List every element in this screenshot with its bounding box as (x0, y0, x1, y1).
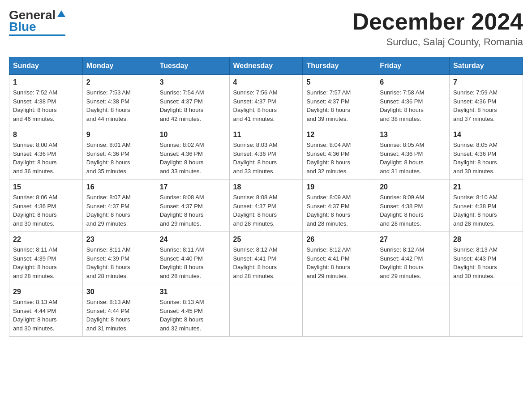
day-number: 13 (380, 131, 446, 139)
calendar-cell: 19Sunrise: 8:09 AMSunset: 4:37 PMDayligh… (303, 180, 376, 232)
calendar-cell: 27Sunrise: 8:12 AMSunset: 4:42 PMDayligh… (376, 232, 450, 284)
header-row: SundayMondayTuesdayWednesdayThursdayFrid… (9, 57, 523, 75)
day-number: 27 (380, 235, 446, 244)
calendar-cell: 20Sunrise: 8:09 AMSunset: 4:38 PMDayligh… (376, 180, 450, 232)
title-section: December 2024 Surduc, Salaj County, Roma… (352, 9, 523, 48)
calendar-cell: 6Sunrise: 7:58 AMSunset: 4:36 PMDaylight… (376, 75, 450, 127)
calendar-cell: 5Sunrise: 7:57 AMSunset: 4:37 PMDaylight… (303, 75, 376, 127)
calendar-cell: 7Sunrise: 7:59 AMSunset: 4:36 PMDaylight… (450, 75, 523, 127)
day-info: Sunrise: 8:08 AMSunset: 4:37 PMDaylight:… (233, 193, 299, 228)
calendar-cell (450, 284, 523, 337)
calendar-cell: 28Sunrise: 8:13 AMSunset: 4:43 PMDayligh… (450, 232, 523, 284)
day-number: 12 (306, 131, 372, 139)
day-info: Sunrise: 8:06 AMSunset: 4:36 PMDaylight:… (13, 193, 79, 228)
calendar-cell: 13Sunrise: 8:05 AMSunset: 4:36 PMDayligh… (376, 127, 450, 180)
day-info: Sunrise: 8:13 AMSunset: 4:44 PMDaylight:… (86, 298, 152, 333)
header-cell-wednesday: Wednesday (229, 57, 303, 75)
page-header: General Blue December 2024 Surduc, Salaj… (9, 9, 523, 48)
day-info: Sunrise: 7:52 AMSunset: 4:38 PMDaylight:… (13, 88, 79, 123)
day-info: Sunrise: 7:59 AMSunset: 4:36 PMDaylight:… (453, 88, 519, 123)
day-number: 11 (233, 131, 299, 139)
day-number: 18 (233, 183, 299, 191)
day-number: 28 (453, 235, 519, 244)
calendar-row-4: 22Sunrise: 8:11 AMSunset: 4:39 PMDayligh… (9, 232, 523, 284)
day-number: 30 (86, 288, 152, 296)
calendar-cell: 31Sunrise: 8:13 AMSunset: 4:45 PMDayligh… (156, 284, 229, 337)
day-info: Sunrise: 8:13 AMSunset: 4:45 PMDaylight:… (160, 298, 226, 333)
calendar-table: SundayMondayTuesdayWednesdayThursdayFrid… (9, 57, 523, 337)
calendar-cell: 8Sunrise: 8:00 AMSunset: 4:36 PMDaylight… (9, 127, 83, 180)
day-info: Sunrise: 8:02 AMSunset: 4:36 PMDaylight:… (160, 141, 226, 176)
calendar-row-2: 8Sunrise: 8:00 AMSunset: 4:36 PMDaylight… (9, 127, 523, 180)
day-number: 15 (13, 183, 79, 191)
calendar-cell: 21Sunrise: 8:10 AMSunset: 4:38 PMDayligh… (450, 180, 523, 232)
header-cell-tuesday: Tuesday (156, 57, 229, 75)
calendar-cell: 25Sunrise: 8:12 AMSunset: 4:41 PMDayligh… (229, 232, 303, 284)
day-info: Sunrise: 8:05 AMSunset: 4:36 PMDaylight:… (380, 141, 446, 176)
calendar-cell: 24Sunrise: 8:11 AMSunset: 4:40 PMDayligh… (156, 232, 229, 284)
day-info: Sunrise: 8:12 AMSunset: 4:41 PMDaylight:… (233, 245, 299, 280)
calendar-cell (229, 284, 303, 337)
day-number: 16 (86, 183, 152, 191)
day-number: 9 (86, 131, 152, 139)
day-number: 4 (233, 78, 299, 86)
day-number: 6 (380, 78, 446, 86)
calendar-cell (303, 284, 376, 337)
day-number: 19 (306, 183, 372, 191)
logo-underline (9, 34, 65, 36)
day-number: 7 (453, 78, 519, 86)
day-info: Sunrise: 8:07 AMSunset: 4:37 PMDaylight:… (86, 193, 152, 228)
calendar-body: 1Sunrise: 7:52 AMSunset: 4:38 PMDaylight… (9, 75, 523, 337)
calendar-cell: 16Sunrise: 8:07 AMSunset: 4:37 PMDayligh… (82, 180, 156, 232)
calendar-cell: 3Sunrise: 7:54 AMSunset: 4:37 PMDaylight… (156, 75, 229, 127)
day-number: 10 (160, 131, 226, 139)
calendar-cell: 26Sunrise: 8:12 AMSunset: 4:41 PMDayligh… (303, 232, 376, 284)
day-info: Sunrise: 7:56 AMSunset: 4:37 PMDaylight:… (233, 88, 299, 123)
calendar-cell: 23Sunrise: 8:11 AMSunset: 4:39 PMDayligh… (82, 232, 156, 284)
day-number: 3 (160, 78, 226, 86)
calendar-cell: 15Sunrise: 8:06 AMSunset: 4:36 PMDayligh… (9, 180, 83, 232)
day-number: 31 (160, 288, 226, 296)
header-cell-sunday: Sunday (9, 57, 83, 75)
calendar-header: SundayMondayTuesdayWednesdayThursdayFrid… (9, 57, 523, 75)
calendar-row-5: 29Sunrise: 8:13 AMSunset: 4:44 PMDayligh… (9, 284, 523, 337)
day-info: Sunrise: 8:10 AMSunset: 4:38 PMDaylight:… (453, 193, 519, 228)
calendar-cell: 4Sunrise: 7:56 AMSunset: 4:37 PMDaylight… (229, 75, 303, 127)
calendar-cell: 18Sunrise: 8:08 AMSunset: 4:37 PMDayligh… (229, 180, 303, 232)
header-cell-saturday: Saturday (450, 57, 523, 75)
day-info: Sunrise: 8:04 AMSunset: 4:36 PMDaylight:… (306, 141, 372, 176)
calendar-cell: 30Sunrise: 8:13 AMSunset: 4:44 PMDayligh… (82, 284, 156, 337)
header-cell-monday: Monday (82, 57, 156, 75)
day-info: Sunrise: 8:13 AMSunset: 4:43 PMDaylight:… (453, 245, 519, 280)
day-number: 14 (453, 131, 519, 139)
logo-blue-text: Blue (9, 21, 36, 33)
calendar-cell (376, 284, 450, 337)
calendar-cell: 17Sunrise: 8:08 AMSunset: 4:37 PMDayligh… (156, 180, 229, 232)
day-number: 23 (86, 235, 152, 244)
day-number: 26 (306, 235, 372, 244)
calendar-row-3: 15Sunrise: 8:06 AMSunset: 4:36 PMDayligh… (9, 180, 523, 232)
logo: General Blue (9, 9, 65, 36)
day-info: Sunrise: 8:12 AMSunset: 4:42 PMDaylight:… (380, 245, 446, 280)
day-number: 1 (13, 78, 79, 86)
day-number: 24 (160, 235, 226, 244)
calendar-cell: 11Sunrise: 8:03 AMSunset: 4:36 PMDayligh… (229, 127, 303, 180)
day-number: 2 (86, 78, 152, 86)
day-number: 29 (13, 288, 79, 296)
calendar-cell: 29Sunrise: 8:13 AMSunset: 4:44 PMDayligh… (9, 284, 83, 337)
calendar-title: December 2024 (352, 9, 523, 34)
calendar-row-1: 1Sunrise: 7:52 AMSunset: 4:38 PMDaylight… (9, 75, 523, 127)
calendar-cell: 12Sunrise: 8:04 AMSunset: 4:36 PMDayligh… (303, 127, 376, 180)
calendar-subtitle: Surduc, Salaj County, Romania (352, 36, 523, 48)
day-info: Sunrise: 8:12 AMSunset: 4:41 PMDaylight:… (306, 245, 372, 280)
calendar-cell: 10Sunrise: 8:02 AMSunset: 4:36 PMDayligh… (156, 127, 229, 180)
day-number: 20 (380, 183, 446, 191)
day-info: Sunrise: 7:53 AMSunset: 4:38 PMDaylight:… (86, 88, 152, 123)
day-info: Sunrise: 8:03 AMSunset: 4:36 PMDaylight:… (233, 141, 299, 176)
day-info: Sunrise: 8:09 AMSunset: 4:38 PMDaylight:… (380, 193, 446, 228)
day-info: Sunrise: 7:58 AMSunset: 4:36 PMDaylight:… (380, 88, 446, 123)
calendar-cell: 2Sunrise: 7:53 AMSunset: 4:38 PMDaylight… (82, 75, 156, 127)
calendar-cell: 9Sunrise: 8:01 AMSunset: 4:36 PMDaylight… (82, 127, 156, 180)
day-info: Sunrise: 7:57 AMSunset: 4:37 PMDaylight:… (306, 88, 372, 123)
calendar-cell: 1Sunrise: 7:52 AMSunset: 4:38 PMDaylight… (9, 75, 83, 127)
